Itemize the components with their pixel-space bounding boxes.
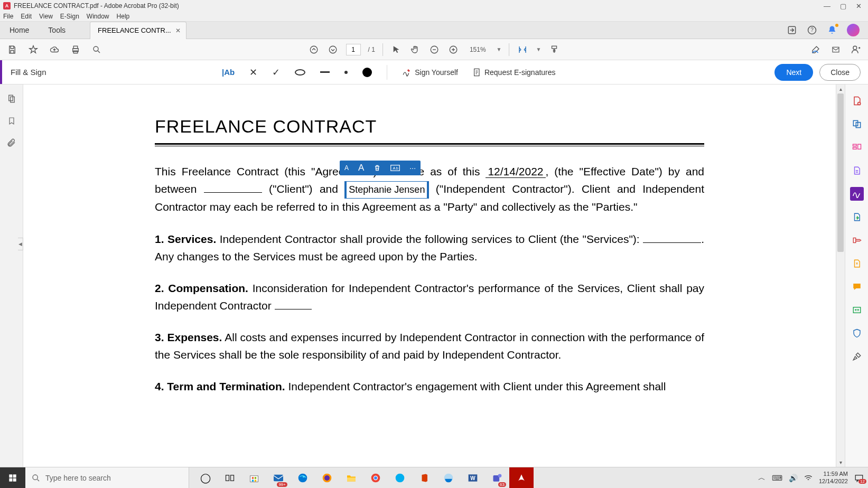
- line-tool[interactable]: [320, 71, 330, 73]
- cortana-icon[interactable]: ◯: [193, 467, 218, 488]
- microsoft-store-icon[interactable]: [242, 467, 266, 488]
- file-explorer-icon[interactable]: [339, 467, 363, 488]
- teams-icon[interactable]: 63: [485, 467, 509, 488]
- vertical-scrollbar[interactable]: ▴ ▾: [836, 85, 845, 467]
- menu-window[interactable]: Window: [87, 13, 109, 20]
- save-icon[interactable]: [6, 44, 18, 55]
- bookmark-icon[interactable]: [7, 116, 16, 126]
- cloud-upload-icon[interactable]: [49, 44, 60, 55]
- services-blank[interactable]: [643, 242, 701, 243]
- organize-pages-icon[interactable]: [850, 210, 864, 224]
- tab-close-icon[interactable]: ✕: [175, 27, 181, 34]
- redact-icon[interactable]: [850, 303, 864, 317]
- scroll-up-arrow[interactable]: ▴: [836, 85, 845, 93]
- zoom-out-icon[interactable]: [428, 44, 440, 55]
- window-close-button[interactable]: ✕: [856, 2, 862, 10]
- office-icon[interactable]: [412, 467, 436, 488]
- action-center-icon[interactable]: 12: [854, 474, 864, 482]
- combine-files-icon[interactable]: [850, 117, 864, 131]
- tray-wifi-icon[interactable]: [804, 475, 813, 481]
- tab-document[interactable]: FREELANCE CONTR... ✕: [90, 22, 186, 39]
- mail-icon[interactable]: 99+: [266, 467, 291, 488]
- scroll-down-arrow[interactable]: ▾: [836, 458, 845, 467]
- delete-annotation-icon[interactable]: [369, 161, 386, 175]
- selection-tool-icon[interactable]: [390, 44, 402, 55]
- tray-chevron-icon[interactable]: ︿: [758, 473, 766, 483]
- compress-icon[interactable]: [850, 257, 864, 270]
- export-pdf-icon[interactable]: [850, 164, 864, 177]
- chrome-icon[interactable]: [363, 467, 388, 488]
- scroll-mode-icon[interactable]: [548, 44, 560, 55]
- firefox-icon[interactable]: [315, 467, 339, 488]
- menu-esign[interactable]: E-Sign: [60, 13, 79, 20]
- tray-keyboard-icon[interactable]: ⌨: [772, 474, 782, 482]
- help-icon[interactable]: ?: [807, 25, 817, 35]
- check-mark-tool[interactable]: ✓: [272, 67, 280, 78]
- page-up-icon[interactable]: [308, 44, 320, 55]
- edge-icon[interactable]: [291, 467, 315, 488]
- menu-help[interactable]: Help: [117, 13, 130, 20]
- skype-icon[interactable]: [388, 467, 412, 488]
- notifications-bell-icon[interactable]: [827, 25, 837, 35]
- page-down-icon[interactable]: [327, 44, 339, 55]
- print-icon[interactable]: [70, 44, 81, 55]
- start-button[interactable]: [0, 467, 25, 488]
- compensation-blank[interactable]: [275, 309, 312, 309]
- request-esignatures-button[interactable]: Request E-signatures: [473, 68, 556, 77]
- zoom-in-icon[interactable]: [447, 44, 459, 55]
- zoom-dropdown-icon[interactable]: ▼: [497, 46, 502, 52]
- close-button[interactable]: Close: [819, 64, 861, 81]
- page-number-input[interactable]: [346, 44, 361, 55]
- window-maximize-button[interactable]: ▢: [840, 2, 846, 10]
- task-view-icon[interactable]: [218, 467, 242, 488]
- page-thumbnails-icon[interactable]: [7, 94, 16, 104]
- edit-tool-icon[interactable]: [810, 44, 822, 55]
- word-icon[interactable]: W: [461, 467, 485, 488]
- client-blank[interactable]: [204, 192, 262, 193]
- filled-dot-tool[interactable]: [362, 68, 372, 77]
- taskbar-clock[interactable]: 11:59 AM 12/14/2022: [819, 471, 848, 484]
- taskbar-search[interactable]: Type here to search: [25, 467, 189, 488]
- more-tools-icon[interactable]: [850, 350, 864, 363]
- menu-view[interactable]: View: [39, 13, 53, 20]
- add-person-icon[interactable]: [850, 44, 862, 55]
- acrobat-taskbar-icon[interactable]: [509, 467, 534, 488]
- tab-tools[interactable]: Tools: [39, 22, 75, 39]
- resize-handle-right[interactable]: [427, 181, 429, 199]
- zoom-value[interactable]: 151%: [466, 45, 489, 54]
- text-style-icon[interactable]: Ab: [386, 161, 405, 175]
- decrease-font-button[interactable]: A: [340, 161, 353, 175]
- comment-icon[interactable]: [850, 280, 864, 294]
- hand-tool-icon[interactable]: [409, 44, 421, 55]
- star-icon[interactable]: [27, 44, 39, 55]
- resize-handle-left[interactable]: [344, 181, 347, 199]
- fillsign-tool-icon[interactable]: [850, 187, 864, 201]
- tray-volume-icon[interactable]: 🔊: [789, 474, 798, 482]
- user-avatar[interactable]: [847, 24, 860, 36]
- circle-tool[interactable]: [295, 69, 305, 76]
- date-field[interactable]: 12/14/2022: [486, 165, 545, 178]
- collapse-rail-icon[interactable]: ◀: [18, 238, 23, 250]
- find-icon[interactable]: [91, 44, 102, 55]
- add-text-tool[interactable]: |Ab: [222, 68, 235, 77]
- menu-file[interactable]: File: [3, 13, 13, 20]
- cross-mark-tool[interactable]: ✕: [249, 67, 257, 78]
- tab-home[interactable]: Home: [0, 22, 39, 39]
- fit-width-icon[interactable]: [517, 44, 529, 55]
- scrollbar-thumb[interactable]: [837, 93, 844, 252]
- next-button[interactable]: Next: [774, 64, 813, 81]
- stamp-icon[interactable]: [850, 233, 864, 247]
- attachment-icon[interactable]: [7, 138, 16, 148]
- sign-yourself-button[interactable]: Sign Yourself: [402, 68, 458, 77]
- edit-pdf-icon[interactable]: [850, 140, 864, 154]
- protect-icon[interactable]: [850, 326, 864, 340]
- more-options-icon[interactable]: ···: [405, 161, 421, 175]
- menu-edit[interactable]: Edit: [21, 13, 32, 20]
- document-view[interactable]: FREELANCE CONTRACT This Freelance Contra…: [23, 85, 836, 467]
- dot-tool[interactable]: [344, 71, 348, 74]
- increase-font-button[interactable]: A: [353, 161, 369, 175]
- contractor-name-field[interactable]: Stephanie Jensen: [345, 181, 428, 199]
- create-pdf-icon[interactable]: [850, 94, 864, 108]
- fit-dropdown-icon[interactable]: ▼: [536, 46, 542, 52]
- calendar-icon[interactable]: [436, 467, 461, 488]
